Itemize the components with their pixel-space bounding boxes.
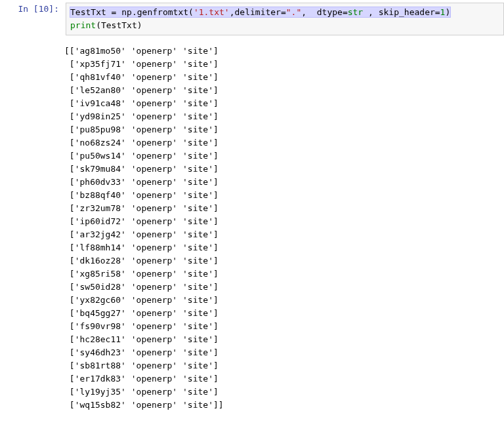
code-line-2: print(TestTxt) bbox=[70, 19, 499, 32]
output-row: ['dk16oz28' 'openerp' 'site'] bbox=[64, 254, 499, 267]
token-comma: , bbox=[230, 7, 235, 17]
token-delim-str: "." bbox=[286, 7, 301, 17]
output-row: ['qh81vf40' 'openerp' 'site'] bbox=[64, 71, 499, 84]
output-row: ['bq45gg27' 'openerp' 'site'] bbox=[64, 307, 499, 320]
output-row: ['sy46dh23' 'openerp' 'site'] bbox=[64, 346, 499, 359]
token-skip-kw: skip_header bbox=[379, 7, 435, 17]
output-row: ['sw50id28' 'openerp' 'site'] bbox=[64, 281, 499, 294]
output-row: ['ly19yj35' 'openerp' 'site'] bbox=[64, 385, 499, 399]
output-row: [['ag81mo50' 'openerp' 'site'] bbox=[64, 45, 499, 58]
token-paren: ( bbox=[188, 7, 194, 17]
token-eq3: = bbox=[343, 7, 348, 17]
token-eq: = bbox=[106, 7, 121, 17]
output-row: ['hc28ec11' 'openerp' 'site'] bbox=[64, 333, 499, 346]
output-row: ['fs90vr98' 'openerp' 'site'] bbox=[64, 320, 499, 333]
output-row: ['xg85ri58' 'openerp' 'site'] bbox=[64, 267, 499, 281]
code-input[interactable]: TestTxt = np.genfromtxt('1.txt',delimite… bbox=[66, 3, 504, 35]
output-row: ['bz88qf40' 'openerp' 'site'] bbox=[64, 189, 499, 202]
output-row: ['ar32jg42' 'openerp' 'site'] bbox=[64, 228, 499, 241]
token-paren-close: ) bbox=[445, 7, 450, 17]
output-cell: [['ag81mo50' 'openerp' 'site'] ['xp35fj7… bbox=[0, 38, 504, 418]
output-row: ['yd98in25' 'openerp' 'site'] bbox=[64, 110, 499, 123]
token-sp2 bbox=[373, 7, 379, 17]
token-print: print bbox=[70, 20, 96, 30]
token-eq2: = bbox=[281, 7, 286, 17]
code-line-1: TestTxt = np.genfromtxt('1.txt',delimite… bbox=[70, 6, 499, 19]
token-file: '1.txt' bbox=[194, 7, 230, 17]
output-row: ['pu85pu98' 'openerp' 'site'] bbox=[64, 123, 499, 136]
output-row: ['yx82gc60' 'openerp' 'site'] bbox=[64, 294, 499, 307]
output-row: ['sk79mu84' 'openerp' 'site'] bbox=[64, 163, 499, 176]
token-delim-kw: delimiter bbox=[235, 7, 281, 17]
token-np: np bbox=[121, 7, 132, 17]
input-prompt: In [10]: bbox=[0, 3, 66, 16]
token-arg: TestTxt bbox=[101, 20, 137, 30]
token-paren2-close: ) bbox=[137, 20, 142, 30]
output-row: ['iv91ca48' 'openerp' 'site'] bbox=[64, 97, 499, 110]
token-dtype-kw: dtype bbox=[317, 7, 343, 17]
token-comma3: , bbox=[368, 7, 373, 17]
output-row: ['no68zs24' 'openerp' 'site'] bbox=[64, 136, 499, 149]
output-row: ['ip60id72' 'openerp' 'site'] bbox=[64, 215, 499, 228]
token-dot: . bbox=[132, 7, 137, 17]
output-row: ['lf88mh14' 'openerp' 'site'] bbox=[64, 241, 499, 254]
output-row: ['le52an80' 'openerp' 'site'] bbox=[64, 84, 499, 97]
output-area[interactable]: [['ag81mo50' 'openerp' 'site'] ['xp35fj7… bbox=[59, 41, 504, 416]
output-row: ['xp35fj71' 'openerp' 'site'] bbox=[64, 58, 499, 71]
output-row: ['ph60dv33' 'openerp' 'site'] bbox=[64, 176, 499, 189]
token-var: TestTxt bbox=[70, 7, 106, 17]
token-comma2: , bbox=[301, 7, 316, 17]
token-paren2: ( bbox=[96, 20, 101, 30]
token-sp bbox=[363, 7, 368, 17]
token-fn: genfromtxt bbox=[137, 7, 188, 17]
output-row: ['zr32um78' 'openerp' 'site'] bbox=[64, 202, 499, 215]
token-eq4: = bbox=[435, 7, 440, 17]
output-row: ['pu50ws14' 'openerp' 'site'] bbox=[64, 149, 499, 163]
output-row: ['wq15sb82' 'openerp' 'site']] bbox=[64, 399, 499, 412]
input-cell: In [10]: TestTxt = np.genfromtxt('1.txt'… bbox=[0, 0, 504, 38]
output-row: ['er17dk83' 'openerp' 'site'] bbox=[64, 372, 499, 385]
output-row: ['sb81rt88' 'openerp' 'site'] bbox=[64, 359, 499, 372]
token-str: str bbox=[348, 7, 363, 17]
